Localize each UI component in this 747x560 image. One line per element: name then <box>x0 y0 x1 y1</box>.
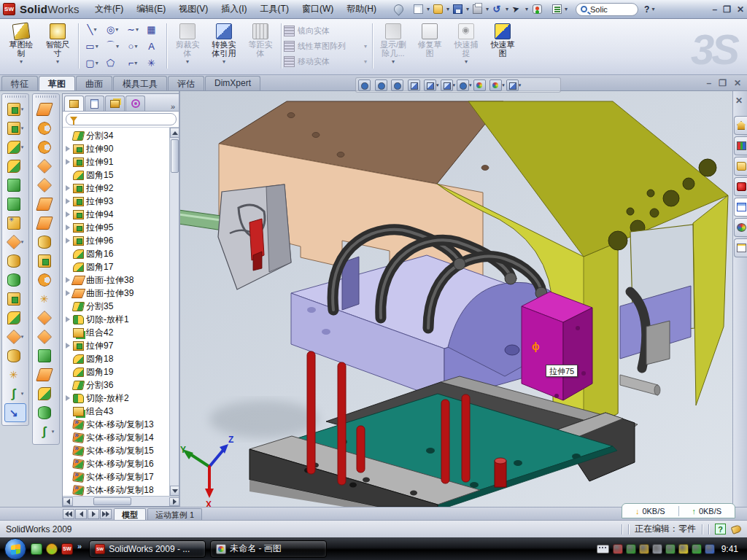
last-tab-button[interactable] <box>100 509 112 519</box>
dropdown-caret-icon[interactable]: ▾ <box>222 58 225 65</box>
tray-icon[interactable] <box>626 544 636 554</box>
tree-item[interactable]: 切除-放样2 <box>64 392 169 405</box>
dropdown-caret-icon[interactable]: ▾ <box>519 82 522 88</box>
quick-launch-chevron[interactable]: » <box>77 542 82 551</box>
toolbar-button[interactable]: ✳ ▾ <box>33 289 59 308</box>
view-tool-icon[interactable] <box>358 79 371 91</box>
toolbar-button[interactable]: ▾ <box>33 138 59 157</box>
dropdown-caret-icon[interactable]: ▾ <box>364 43 367 50</box>
command-button[interactable]: 移动实体 ▾ <box>284 55 370 68</box>
tree-item[interactable]: 拉伸90 <box>64 142 169 155</box>
tree-item[interactable]: 拉伸92 <box>64 182 169 195</box>
tree-item[interactable]: 圆角18 <box>64 352 169 365</box>
expand-arrow-icon[interactable] <box>64 159 71 166</box>
sketch-entity-button[interactable]: ∼▾ <box>123 21 142 38</box>
menu-item[interactable]: 编辑(E) <box>130 1 172 16</box>
command-button[interactable]: 镜向实体 ▾ <box>284 24 370 37</box>
dropdown-caret-icon[interactable]: ▾ <box>525 6 528 12</box>
dropdown-caret-icon[interactable]: ▾ <box>506 6 508 12</box>
dropdown-caret-icon[interactable]: ▾ <box>392 58 395 65</box>
toolbar-button[interactable]: ▾ <box>2 289 28 308</box>
command-button[interactable]: 线性草图阵列 ▾ <box>284 39 370 52</box>
tree-item[interactable]: 分割36 <box>64 378 169 392</box>
menu-item[interactable]: 窗口(W) <box>295 1 340 16</box>
menu-item[interactable]: 帮助(H) <box>340 1 383 16</box>
toolbar-button[interactable]: ▾ <box>2 119 28 138</box>
expand-arrow-icon[interactable] <box>64 277 71 284</box>
dimxpertmanager-tab[interactable] <box>125 96 145 111</box>
expand-arrow-icon[interactable] <box>64 395 71 402</box>
tree-item[interactable]: 拉伸93 <box>64 195 169 208</box>
toolbar-button[interactable] <box>392 2 406 16</box>
toolbar-button[interactable]: ▾ <box>33 271 59 289</box>
toolbar-button[interactable] <box>451 2 465 16</box>
sketch-entity-button[interactable]: A▾ <box>144 38 163 55</box>
expand-arrow-icon[interactable] <box>64 211 71 218</box>
command-button[interactable]: 等距实 体 ▾ <box>242 20 279 71</box>
toolbar-button[interactable]: ▾ <box>2 327 28 346</box>
view-tool-icon[interactable] <box>424 79 436 91</box>
dropdown-caret-icon[interactable]: ▾ <box>502 82 505 88</box>
toolbar-button[interactable]: ➤ <box>510 2 525 16</box>
scroll-right-arrow[interactable] <box>169 497 179 506</box>
tree-item[interactable]: 曲面-拉伸38 <box>64 273 169 287</box>
tray-icon[interactable] <box>613 544 623 554</box>
command-button[interactable]: 剪裁实 体 ▾ <box>169 20 206 71</box>
dropdown-caret-icon[interactable]: ▾ <box>427 6 430 12</box>
expand-arrow-icon[interactable] <box>64 185 71 192</box>
toolbar-button[interactable]: ▾ <box>2 138 28 157</box>
toolbar-button[interactable]: ▾ <box>33 384 59 403</box>
expand-arrow-icon[interactable] <box>64 343 71 349</box>
view-tool-icon[interactable] <box>408 79 420 91</box>
toolbar-button[interactable]: ▾ <box>2 176 28 195</box>
sketch-entity-button[interactable]: ▢▾ <box>82 55 101 71</box>
task-pane-tab[interactable] <box>734 198 747 217</box>
toolbar-button[interactable]: ↺ <box>490 2 505 16</box>
document-tab[interactable]: 模型 <box>114 508 146 520</box>
tray-icon[interactable] <box>705 544 715 554</box>
viewport-canvas[interactable]: ϕ <box>180 91 732 507</box>
featuremanager-tab[interactable] <box>64 96 84 111</box>
tray-icon[interactable] <box>652 544 662 554</box>
expand-arrow-icon[interactable] <box>64 198 71 205</box>
toolbar-button[interactable]: ▾ <box>2 100 28 119</box>
tree-item[interactable]: 实体-移动/复制16 <box>64 457 169 470</box>
dropdown-caret-icon[interactable]: ▾ <box>465 58 468 65</box>
toolbar-button[interactable]: ▾ <box>33 346 59 365</box>
search-box[interactable]: Solic <box>576 3 638 16</box>
ribbon-tab[interactable]: 草图 <box>39 76 75 90</box>
tree-vertical-scrollbar[interactable] <box>169 128 179 496</box>
ribbon-tab[interactable]: 模具工具 <box>113 76 167 90</box>
tree-item[interactable]: 拉伸95 <box>64 221 169 234</box>
tags-icon[interactable] <box>731 524 743 534</box>
toolbar-button[interactable]: ▾ <box>33 176 59 195</box>
doc-minimize-button[interactable]: – <box>706 78 711 88</box>
toolbar-button[interactable]: ▾ <box>2 233 28 252</box>
toolbar-button[interactable] <box>431 2 446 16</box>
toolbar-button[interactable]: ▾ <box>33 214 59 233</box>
scrollbar-thumb[interactable] <box>171 139 179 173</box>
toolbar-button[interactable]: ▾ <box>33 157 59 176</box>
menu-item[interactable]: 视图(V) <box>172 1 214 16</box>
command-button[interactable]: 显示/删 除几... ▾ <box>375 20 411 71</box>
doc-restore-button[interactable]: ❐ <box>719 78 727 88</box>
toolbar-button[interactable]: ▾ <box>33 119 59 138</box>
tray-icon[interactable] <box>692 544 702 554</box>
dropdown-caret-icon[interactable]: ▾ <box>466 6 469 12</box>
toolbar-button[interactable]: ▾ <box>2 271 28 289</box>
tree-item[interactable]: 拉伸94 <box>64 208 169 221</box>
tree-item[interactable]: 切除-放样1 <box>64 313 169 326</box>
view-tool-icon[interactable] <box>506 79 519 91</box>
taskbar-button-solidworks[interactable]: SW SolidWorks 2009 - ... <box>89 540 206 558</box>
task-pane-tab[interactable] <box>734 136 747 155</box>
expand-arrow-icon[interactable] <box>64 316 71 323</box>
toolbar-button[interactable]: ▾ <box>33 308 59 327</box>
expand-arrow-icon[interactable] <box>64 238 71 244</box>
toolbar-button[interactable] <box>530 2 544 16</box>
restore-button[interactable]: ❐ <box>723 4 731 15</box>
sketch-entity-button[interactable]: ╲▾ <box>82 21 101 38</box>
dropdown-caret-icon[interactable]: ▾ <box>453 82 456 88</box>
dropdown-caret-icon[interactable]: ▾ <box>565 6 568 12</box>
menu-item[interactable]: 插入(I) <box>214 1 253 16</box>
dropdown-caret-icon[interactable]: ▾ <box>364 58 367 65</box>
